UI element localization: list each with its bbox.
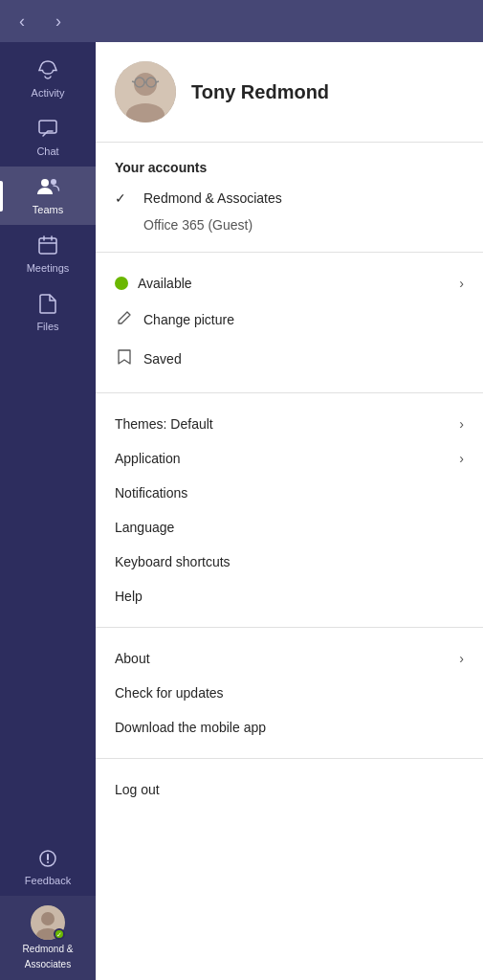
profile-header: Tony Redmond <box>96 42 483 143</box>
teams-label: Teams <box>33 204 63 215</box>
check-updates-item[interactable]: Check for updates <box>96 676 483 710</box>
svg-point-2 <box>51 179 56 185</box>
svg-line-20 <box>156 81 159 82</box>
files-label: Files <box>36 321 58 332</box>
check-updates-label: Check for updates <box>115 685 464 701</box>
saved-label: Saved <box>143 351 464 367</box>
status-actions-section: Available › Change picture Saved <box>96 253 483 393</box>
files-icon <box>37 293 58 317</box>
meetings-icon <box>37 234 58 258</box>
online-status-badge <box>54 928 65 940</box>
activity-label: Activity <box>32 87 65 99</box>
accounts-section: Your accounts ✓ Redmond & Associates Off… <box>96 143 483 253</box>
application-chevron-icon: › <box>459 451 464 466</box>
accounts-title: Your accounts <box>96 156 483 185</box>
application-label: Application <box>115 451 450 466</box>
themes-label: Themes: Default <box>115 416 450 432</box>
logout-label: Log out <box>115 782 464 797</box>
account-primary-label: Redmond & Associates <box>143 190 282 206</box>
keyboard-shortcuts-item[interactable]: Keyboard shortcuts <box>96 545 483 579</box>
user-avatar-container <box>31 905 65 940</box>
language-label: Language <box>115 520 464 535</box>
svg-point-11 <box>41 912 55 925</box>
profile-avatar-img <box>115 61 176 122</box>
about-chevron-icon: › <box>459 651 464 666</box>
logout-item[interactable]: Log out <box>96 772 483 807</box>
teams-icon <box>35 176 60 200</box>
about-section: About › Check for updates Download the m… <box>96 628 483 759</box>
help-label: Help <box>115 589 464 604</box>
svg-rect-3 <box>39 238 56 254</box>
feedback-icon <box>37 848 58 871</box>
change-picture-label: Change picture <box>143 312 464 327</box>
logout-section: Log out <box>96 759 483 820</box>
meetings-label: Meetings <box>27 262 70 274</box>
chat-label: Chat <box>36 145 58 157</box>
settings-section: Themes: Default › Application › Notifica… <box>96 393 483 628</box>
application-item[interactable]: Application › <box>96 441 483 476</box>
svg-point-1 <box>41 179 49 187</box>
sidebar-item-feedback[interactable]: Feedback <box>0 838 96 896</box>
about-item[interactable]: About › <box>96 641 483 676</box>
user-name-line1: Redmond & <box>23 944 74 955</box>
status-chevron-icon: › <box>459 276 464 291</box>
saved-icon <box>115 348 134 369</box>
sidebar-item-meetings[interactable]: Meetings <box>0 225 96 283</box>
themes-item[interactable]: Themes: Default › <box>96 407 483 441</box>
status-label: Available <box>138 276 450 291</box>
change-picture-icon <box>115 310 134 329</box>
notifications-label: Notifications <box>115 485 464 501</box>
profile-name: Tony Redmond <box>191 81 329 103</box>
user-name-line2: Associates <box>25 959 71 970</box>
account-guest-label: Office 365 (Guest) <box>143 217 252 233</box>
download-mobile-item[interactable]: Download the mobile app <box>96 710 483 745</box>
help-item[interactable]: Help <box>96 579 483 613</box>
account-item-primary[interactable]: ✓ Redmond & Associates <box>96 185 483 212</box>
sidebar-item-files[interactable]: Files <box>0 283 96 342</box>
sidebar-bottom: Feedback Redmond & Associates <box>0 838 96 980</box>
activity-icon <box>37 59 58 83</box>
sidebar-item-user[interactable]: Redmond & Associates <box>0 896 96 980</box>
saved-item[interactable]: Saved <box>96 339 483 379</box>
feedback-label: Feedback <box>25 875 71 886</box>
download-mobile-label: Download the mobile app <box>115 720 464 735</box>
main-layout: Activity Chat Teams <box>0 42 483 980</box>
sidebar-item-chat[interactable]: Chat <box>0 108 96 167</box>
keyboard-shortcuts-label: Keyboard shortcuts <box>115 554 464 569</box>
language-item[interactable]: Language <box>96 510 483 545</box>
chat-icon <box>37 118 58 142</box>
forward-button[interactable]: › <box>48 8 69 35</box>
change-picture-item[interactable]: Change picture <box>96 301 483 339</box>
account-item-guest[interactable]: Office 365 (Guest) <box>96 212 483 238</box>
title-bar: ‹ › <box>0 0 483 42</box>
content-area: Tony Redmond Your accounts ✓ Redmond & A… <box>96 42 483 980</box>
profile-avatar <box>115 61 176 122</box>
check-icon: ✓ <box>115 190 134 206</box>
notifications-item[interactable]: Notifications <box>96 476 483 510</box>
svg-point-9 <box>47 861 49 863</box>
sidebar-item-activity[interactable]: Activity <box>0 50 96 108</box>
sidebar: Activity Chat Teams <box>0 42 96 980</box>
back-button[interactable]: ‹ <box>11 8 33 35</box>
sidebar-item-teams[interactable]: Teams <box>0 167 96 225</box>
about-label: About <box>115 651 450 666</box>
status-item[interactable]: Available › <box>96 266 483 301</box>
svg-point-14 <box>134 73 157 96</box>
available-status-dot <box>115 277 128 290</box>
svg-line-19 <box>132 81 135 82</box>
themes-chevron-icon: › <box>459 416 464 432</box>
